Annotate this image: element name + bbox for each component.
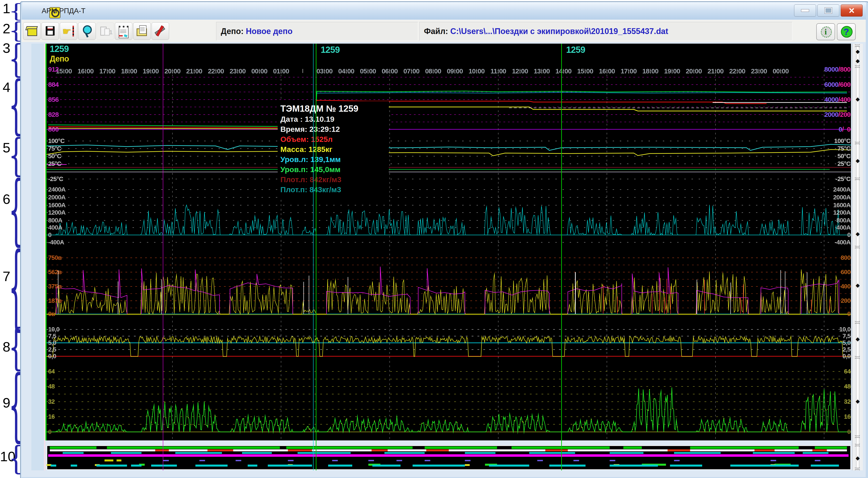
help-button[interactable]: ? [837, 23, 856, 40]
annotation-brace-icon [9, 3, 22, 21]
annotation-brace-icon [9, 43, 22, 78]
vertical-scrollbar[interactable]: ◆◆◆◆◆◆◆◆◆][][][][][][][][][][ [852, 44, 863, 470]
maximize-icon [825, 8, 832, 13]
axis-label-left: 32 [48, 399, 55, 405]
title-bar[interactable] [22, 2, 866, 20]
axis-label-right: 2400A [833, 186, 850, 193]
axis-label-left: 2,5 [48, 346, 56, 353]
axis-label-left: 1600A [48, 202, 66, 208]
time-label: 11:00 [490, 68, 506, 74]
info-button[interactable]: i [816, 23, 835, 40]
file-label: Файл: [424, 27, 448, 36]
axis-label-right: 2000A [833, 194, 850, 201]
axis-label-right: 4000/400 [824, 96, 850, 103]
axis-label-left: 0 [48, 232, 52, 238]
zoom-button[interactable] [78, 22, 96, 40]
axis-label-left: 187в [48, 298, 62, 304]
axis-label-left: 2000A [48, 194, 66, 201]
axis-label-left: 800A [48, 217, 62, 224]
axis-label-left: 375в [48, 283, 62, 289]
scrollbar-thumb-icon[interactable]: ◆ [856, 282, 860, 288]
time-label: 04:00 [338, 68, 354, 74]
pages-button[interactable]: 1 [96, 22, 114, 40]
scrollbar-section-icon: ][ [855, 44, 861, 48]
time-label: 03:00 [316, 68, 333, 74]
scrollbar-thumb-icon[interactable]: ◆ [856, 455, 860, 461]
axis-label-left: 562в [48, 269, 62, 275]
axis-label-right: 0 [847, 429, 850, 435]
depot-panel: Депо: Новое депо [216, 22, 418, 41]
axis-label-right: 8000/800 [824, 66, 850, 73]
open-file-button[interactable] [23, 22, 40, 40]
annotation-brace-icon [9, 22, 22, 42]
chart-canvas[interactable] [46, 44, 851, 471]
tooltip-line: Масса: 1285кг [280, 144, 386, 155]
axis-label-left: 64 [48, 368, 55, 375]
axis-label-right: 7,5 [842, 333, 850, 339]
time-label: 23:00 [751, 68, 767, 74]
time-label: 19:00 [143, 68, 159, 74]
axis-label-left: 0,0 [48, 353, 56, 360]
time-label: 18:00 [121, 68, 137, 74]
tooltip-title: ТЭМ18ДМ № 1259 [280, 103, 386, 114]
scrollbar-thumb-icon[interactable]: ◆ [856, 96, 860, 102]
axis-label-right: 0 [847, 232, 850, 238]
axis-label-left: 75°C [48, 145, 61, 152]
time-label: 21:00 [186, 68, 202, 74]
close-button[interactable]: × [841, 4, 863, 16]
zoom-icon [83, 25, 92, 34]
axis-label-right: 400A [836, 225, 850, 231]
save-button[interactable] [41, 22, 59, 40]
scrollbar-groove[interactable] [856, 46, 859, 468]
time-label: 09:00 [447, 68, 463, 74]
cursor-magenta[interactable] [163, 44, 163, 470]
left-edge-highlight [44, 44, 45, 470]
cursor-green-2[interactable] [561, 44, 562, 470]
time-label: 20:00 [164, 68, 181, 74]
cursor-cyan[interactable] [313, 44, 313, 470]
scrollbar-thumb-icon[interactable]: ◆ [856, 398, 860, 404]
maximize-button[interactable] [817, 4, 839, 16]
scrollbar-section-icon: ][ [855, 141, 861, 145]
annotation-brace-icon [9, 137, 22, 177]
axis-label-left: 856 [48, 96, 59, 103]
axis-label-right: 6000/600 [824, 81, 850, 88]
axis-label-left: 0 [48, 429, 52, 435]
time-label: 17:00 [621, 68, 637, 74]
axis-label-right: 2,5 [842, 346, 850, 353]
axis-label-right: 64 [844, 368, 850, 375]
scrollbar-thumb-icon[interactable]: ◆ [856, 58, 860, 64]
axis-label-right: 75°C [837, 145, 850, 152]
scrollbar-section-icon: ][ [855, 435, 861, 439]
report-button[interactable] [133, 22, 151, 40]
axis-label-right: 800 [841, 255, 850, 261]
time-label: 19:00 [664, 68, 680, 74]
axis-label-right: 2000/200 [824, 111, 850, 118]
axis-label-right: 10,0 [839, 326, 851, 333]
cursor-loco-label: 1259 [566, 45, 585, 54]
scrollbar-section-icon: ][ [855, 177, 861, 181]
axis-label-left: 1200A [48, 209, 66, 216]
time-label: 22:00 [208, 68, 224, 74]
axis-label-left: -400A [48, 239, 64, 245]
marker-button[interactable]: ☛ [60, 22, 77, 40]
axis-label-right: 400 [841, 283, 850, 289]
scrollbar-section-icon: ][ [855, 467, 861, 471]
scrollbar-thumb-icon[interactable]: ◆ [856, 231, 860, 237]
scrollbar-thumb-icon[interactable]: ◆ [856, 158, 860, 164]
minimize-button[interactable] [794, 4, 816, 16]
annotation-brace-icon [9, 445, 22, 474]
notepad-button[interactable] [115, 22, 132, 40]
axis-label-right: -25°C [836, 176, 850, 182]
axis-label-right: 1200A [833, 209, 850, 216]
window-title: АРМ РПДА-Т [42, 7, 85, 15]
axis-label-left: 10,0 [48, 326, 60, 333]
axis-label-left: 400A [48, 225, 62, 231]
cursor-green-1[interactable] [316, 44, 316, 470]
scrollbar-thumb-icon[interactable]: ◆ [856, 336, 860, 342]
settings-button[interactable] [152, 22, 169, 40]
annotation-brace-icon [9, 78, 22, 137]
axis-label-right: 100°C [834, 138, 850, 144]
scrollbar-thumb-icon[interactable]: ◆ [856, 48, 860, 55]
time-label: 22:00 [729, 68, 745, 74]
